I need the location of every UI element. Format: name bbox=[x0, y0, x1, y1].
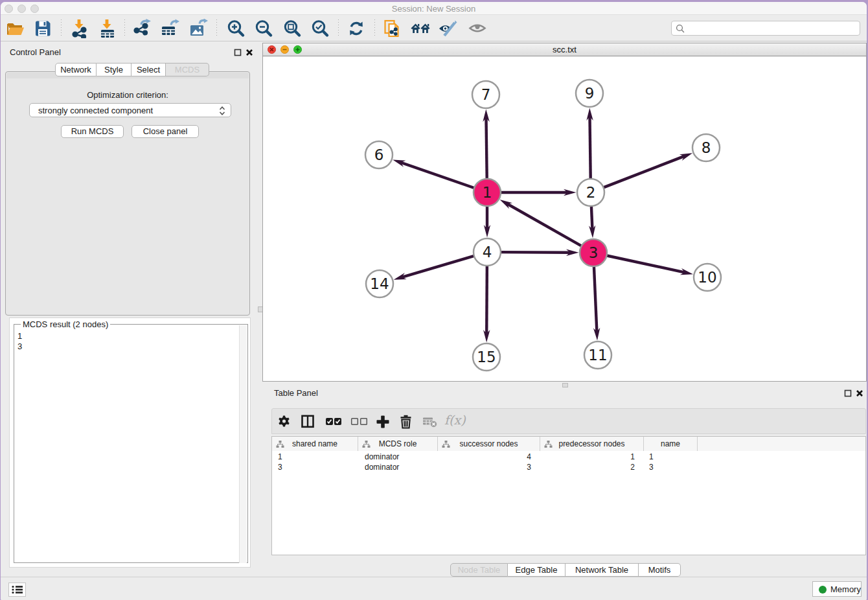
column-header-shared-name[interactable]: shared name bbox=[272, 437, 358, 451]
control-panel-float-icon[interactable] bbox=[234, 49, 242, 56]
table-cell: 1 bbox=[540, 452, 635, 461]
refresh-icon[interactable] bbox=[347, 19, 366, 38]
mcds-result-box: MCDS result (2 nodes) 13 bbox=[14, 324, 248, 563]
table-panel-float-icon[interactable] bbox=[844, 389, 852, 397]
search-box[interactable] bbox=[671, 21, 860, 36]
show-columns-icon[interactable] bbox=[301, 415, 317, 431]
toolbar-separator bbox=[124, 19, 125, 38]
graph-node-label-15: 15 bbox=[477, 349, 496, 365]
delete-table-icon[interactable] bbox=[422, 415, 439, 431]
import-network-icon[interactable] bbox=[70, 19, 89, 38]
graph-edge-3-10[interactable] bbox=[606, 255, 685, 273]
export-network-icon[interactable] bbox=[132, 19, 152, 38]
tab-mcds[interactable]: MCDS bbox=[166, 63, 209, 76]
table-settings-icon[interactable] bbox=[277, 415, 293, 431]
application-window: Session: New Session Control Panel Netwo… bbox=[1, 2, 867, 600]
network-canvas[interactable]: 1234678910111415 bbox=[262, 56, 867, 382]
graph-node-label-6: 6 bbox=[374, 146, 384, 163]
import-table-icon[interactable] bbox=[98, 19, 117, 38]
hide-network-icon[interactable] bbox=[439, 19, 458, 38]
column-header-label: name bbox=[661, 439, 680, 448]
mcds-result-panel: MCDS result (2 nodes) 13 bbox=[9, 317, 251, 568]
result-scrollbar[interactable] bbox=[239, 325, 247, 563]
search-input[interactable] bbox=[687, 22, 856, 34]
table-cell: 1 bbox=[649, 452, 654, 461]
list-icon bbox=[12, 585, 23, 594]
graph-node-label-4: 4 bbox=[483, 244, 492, 260]
graph-edge-1-6[interactable] bbox=[400, 162, 475, 188]
control-panel-title: Control Panel bbox=[10, 47, 61, 57]
memory-button-label: Memory bbox=[830, 584, 861, 594]
graph-edge-3-11[interactable] bbox=[594, 265, 597, 332]
table-panel: Table Panel f(x) shared nameMCDS rolesuc… bbox=[262, 386, 867, 574]
table-cell: 3 bbox=[278, 463, 282, 472]
network-graph: 1234678910111415 bbox=[263, 56, 866, 380]
graph-edge-2-3[interactable] bbox=[591, 205, 593, 230]
graph-node-label-7: 7 bbox=[481, 86, 491, 103]
unselect-all-icon[interactable] bbox=[350, 415, 367, 431]
show-network-icon[interactable] bbox=[468, 19, 488, 38]
column-header-label: predecessor nodes bbox=[558, 439, 624, 448]
graph-edge-4-15[interactable] bbox=[486, 264, 487, 334]
mcds-result-lines: 13 bbox=[17, 331, 22, 352]
run-mcds-button[interactable]: Run MCDS bbox=[61, 125, 124, 138]
zoom-out-icon[interactable] bbox=[254, 19, 273, 38]
memory-status-dot bbox=[819, 586, 827, 594]
mcds-result-title: MCDS result (2 nodes) bbox=[21, 319, 110, 329]
optimization-criterion-label: Optimization criterion: bbox=[1, 90, 255, 100]
control-panel-close-icon[interactable] bbox=[246, 49, 253, 56]
table-row[interactable]: 1dominator411 bbox=[272, 452, 865, 462]
add-icon[interactable] bbox=[376, 415, 393, 431]
graph-edge-2-9[interactable] bbox=[589, 116, 590, 180]
criterion-dropdown[interactable]: strongly connected component bbox=[29, 103, 231, 117]
column-header-successor-nodes[interactable]: successor nodes bbox=[438, 437, 540, 451]
column-header-MCDS-role[interactable]: MCDS role bbox=[358, 437, 438, 451]
graph-edge-2-8[interactable] bbox=[602, 156, 685, 188]
graph-edge-1-7[interactable] bbox=[486, 117, 486, 180]
function-builder-button[interactable]: f(x) bbox=[444, 413, 466, 427]
save-icon[interactable] bbox=[33, 19, 52, 38]
graph-node-label-8: 8 bbox=[702, 139, 711, 156]
column-header-label: MCDS role bbox=[379, 439, 417, 448]
tab-node-table[interactable]: Node Table bbox=[450, 563, 508, 577]
network-view-frame: scc.txt 1234678910111415 bbox=[262, 41, 867, 386]
column-header-predecessor-nodes[interactable]: predecessor nodes bbox=[540, 437, 644, 451]
toolbar-separator bbox=[61, 19, 62, 38]
home-icon[interactable] bbox=[411, 19, 430, 38]
tab-network[interactable]: Network bbox=[55, 63, 97, 76]
zoom-selected-icon[interactable] bbox=[310, 19, 330, 38]
select-all-icon[interactable] bbox=[325, 415, 342, 431]
tab-motifs[interactable]: Motifs bbox=[639, 563, 681, 577]
graph-edge-4-14[interactable] bbox=[402, 255, 475, 277]
export-table-icon[interactable] bbox=[160, 19, 179, 38]
close-panel-button[interactable]: Close panel bbox=[131, 125, 199, 138]
clone-network-icon[interactable] bbox=[383, 19, 402, 38]
export-image-icon[interactable] bbox=[188, 19, 208, 38]
window-title: Session: New Session bbox=[1, 4, 867, 14]
delete-icon[interactable] bbox=[399, 415, 416, 431]
tab-edge-table[interactable]: Edge Table bbox=[508, 563, 565, 577]
zoom-fit-icon[interactable] bbox=[282, 19, 302, 38]
search-icon bbox=[676, 24, 685, 34]
table-row[interactable]: 3dominator323 bbox=[272, 462, 865, 472]
tab-select[interactable]: Select bbox=[131, 63, 166, 76]
panel-selector-button[interactable] bbox=[8, 583, 26, 597]
graph-edge-4-3[interactable] bbox=[499, 252, 571, 253]
table-panel-title: Table Panel bbox=[274, 388, 318, 398]
graph-edge-3-1[interactable] bbox=[507, 203, 582, 246]
zoom-in-icon[interactable] bbox=[226, 19, 246, 38]
graph-node-label-9: 9 bbox=[585, 85, 595, 102]
network-view-titlebar: scc.txt bbox=[262, 43, 867, 56]
column-header-label: shared name bbox=[292, 439, 337, 448]
column-header-name[interactable]: name bbox=[644, 437, 698, 451]
tab-style[interactable]: Style bbox=[97, 63, 131, 76]
memory-button[interactable]: Memory bbox=[812, 581, 862, 597]
vertical-splitter[interactable] bbox=[255, 41, 262, 577]
tab-network-table[interactable]: Network Table bbox=[565, 563, 639, 577]
column-header-label: successor nodes bbox=[459, 439, 518, 448]
table-panel-tabs: Node TableEdge TableNetwork TableMotifs bbox=[450, 563, 681, 577]
graph-node-label-10: 10 bbox=[698, 269, 716, 286]
open-icon[interactable] bbox=[5, 19, 25, 38]
table-panel-close-icon[interactable] bbox=[856, 389, 863, 397]
node-table-header: shared nameMCDS rolesuccessor nodesprede… bbox=[272, 437, 865, 451]
